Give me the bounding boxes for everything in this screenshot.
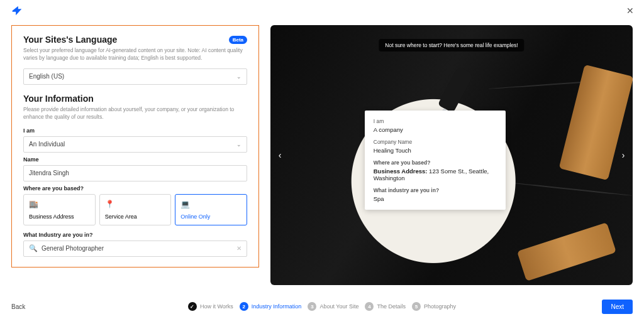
laptop-icon: 💻 [180, 200, 242, 208]
pin-icon: 📍 [105, 200, 166, 208]
example-address: Business Address: 123 Some St., Seattle,… [374, 168, 497, 181]
back-button[interactable]: Back [11, 303, 25, 310]
industry-label: What Industry are you in? [23, 232, 247, 238]
preview-tooltip: Not sure where to start? Here's some rea… [379, 39, 524, 51]
iam-select-value: An Individual [29, 141, 65, 148]
search-icon: 🔍 [29, 244, 38, 252]
wizard-steps: ✓How it Works 2Industry Information 3Abo… [188, 302, 456, 311]
chevron-down-icon: ⌄ [236, 141, 242, 148]
step-how-it-works[interactable]: ✓How it Works [188, 302, 233, 311]
step-about-your-site[interactable]: 3About Your Site [308, 302, 358, 311]
clear-icon[interactable]: ✕ [236, 245, 242, 252]
marble-vein [507, 182, 632, 197]
iam-label: I am [23, 127, 247, 134]
step-the-details[interactable]: 4The Details [365, 302, 406, 311]
carousel-prev-icon[interactable]: ‹ [274, 148, 286, 162]
industry-search[interactable]: 🔍 General Photographer ✕ [23, 241, 247, 257]
beta-badge: Beta [229, 36, 247, 44]
example-preview: Not sure where to start? Here's some rea… [270, 25, 633, 285]
wizard-footer: Back ✓How it Works 2Industry Information… [0, 294, 644, 319]
example-based-label: Where are you based? [374, 160, 497, 166]
example-industry-label: What industry are you in? [374, 187, 497, 193]
wood-stick [517, 222, 616, 281]
example-company-value: Healing Touch [374, 147, 497, 154]
language-select-value: English (US) [29, 73, 64, 80]
example-iam-value: A company [374, 126, 497, 133]
form-panel: Your Sites's Language Beta Select your p… [11, 25, 259, 268]
info-section-help: Please provide detailed information abou… [23, 106, 247, 121]
location-option-service-area[interactable]: 📍 Service Area [99, 194, 172, 225]
language-section-help: Select your preferred language for AI-ge… [23, 47, 247, 62]
next-button[interactable]: Next [602, 300, 633, 314]
step-photography[interactable]: 5Photography [412, 302, 456, 311]
location-option-online-only[interactable]: 💻 Online Only [175, 194, 247, 225]
location-option-business-address[interactable]: 🏬 Business Address [23, 194, 96, 225]
example-iam-label: I am [374, 118, 497, 124]
language-select[interactable]: English (US) ⌄ [23, 68, 247, 85]
location-option-label: Online Only [180, 214, 242, 220]
example-company-label: Company Name [374, 139, 497, 145]
step-industry-information[interactable]: 2Industry Information [240, 302, 302, 311]
location-option-label: Service Area [105, 214, 166, 220]
iam-select[interactable]: An Individual ⌄ [23, 136, 247, 153]
based-label: Where are you based? [23, 185, 247, 192]
app-logo [10, 4, 24, 18]
close-icon[interactable]: ✕ [626, 6, 634, 16]
language-section-title: Your Sites's Language [23, 35, 117, 45]
location-option-label: Business Address [29, 214, 90, 220]
chevron-down-icon: ⌄ [236, 73, 242, 80]
info-section-title: Your Information [23, 94, 247, 104]
name-label: Name [23, 156, 247, 163]
name-input[interactable]: Jitendra Singh [23, 165, 247, 181]
industry-search-value: General Photographer [42, 245, 233, 252]
carousel-next-icon[interactable]: › [618, 148, 629, 162]
storefront-icon: 🏬 [29, 200, 90, 208]
example-industry-value: Spa [374, 195, 497, 202]
example-card: I am A company Company Name Healing Touc… [365, 111, 506, 210]
name-input-value: Jitendra Singh [29, 170, 69, 176]
